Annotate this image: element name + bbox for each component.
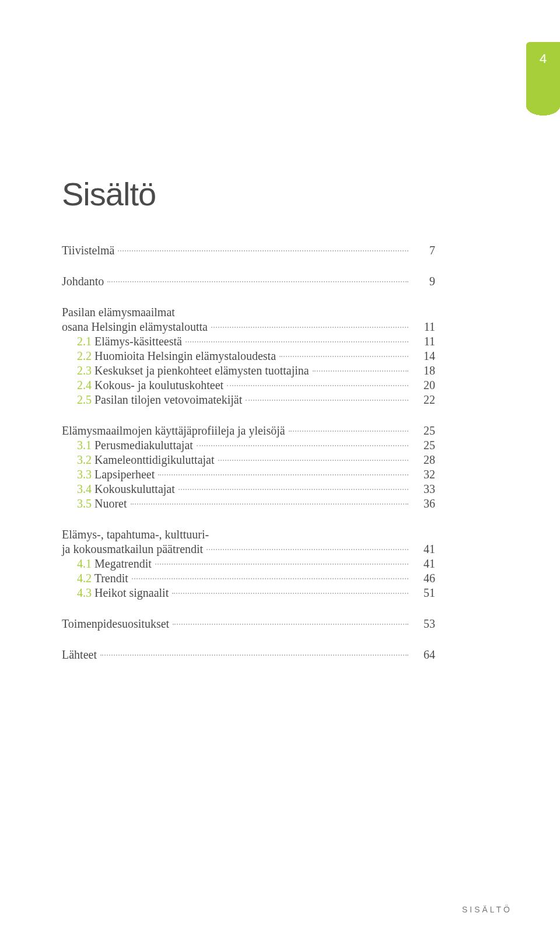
page-marker-ribbon: 4	[526, 42, 560, 106]
toc-dots	[246, 400, 408, 401]
toc-text: Trendit	[92, 572, 128, 585]
toc-section4-heading-line2: ja kokousmatkailun päätrendit 41	[62, 542, 435, 557]
toc-entry-3-5: 3.5 Nuoret 36	[62, 496, 435, 511]
toc-num: 2.5	[77, 393, 92, 406]
toc-page: 25	[412, 424, 435, 438]
toc-text: Pasilan tilojen vetovoimatekijät	[92, 393, 242, 406]
toc-entry-3-4: 3.4 Kokouskuluttajat 33	[62, 482, 435, 496]
toc-dots	[211, 327, 408, 328]
toc-entry-2-1: 2.1 Elämys-käsitteestä 11	[62, 334, 435, 349]
toc-num: 3.3	[77, 468, 92, 481]
toc-dots	[158, 474, 408, 475]
toc-label: 3.1 Perusmediakuluttajat	[62, 438, 193, 453]
toc-text: Megatrendit	[92, 557, 152, 570]
toc-label: 2.4 Kokous- ja koulutuskohteet	[62, 378, 223, 393]
toc-page: 33	[412, 482, 435, 496]
toc-label: Lähteet	[62, 648, 97, 662]
toc-entry-lahteet: Lähteet 64	[62, 648, 435, 662]
table-of-contents: Tiivistelmä 7 Johdanto 9 Pasilan elämysm…	[62, 243, 435, 662]
toc-num: 4.3	[77, 586, 92, 599]
toc-entry-2-2: 2.2 Huomioita Helsingin elämystaloudesta…	[62, 349, 435, 363]
toc-dots	[132, 578, 408, 579]
toc-page: 18	[412, 363, 435, 378]
toc-entry-2-4: 2.4 Kokous- ja koulutuskohteet 20	[62, 378, 435, 393]
toc-label: 4.2 Trendit	[62, 571, 128, 586]
toc-dots	[172, 593, 408, 594]
toc-label: Tiivistelmä	[62, 243, 114, 258]
toc-page: 11	[412, 334, 435, 349]
toc-label: 3.4 Kokouskuluttajat	[62, 482, 175, 496]
toc-page: 14	[412, 349, 435, 363]
toc-text: Kokous- ja koulutuskohteet	[92, 379, 223, 391]
toc-page: 41	[412, 542, 435, 557]
toc-entry-2-3: 2.3 Keskukset ja pienkohteet elämysten t…	[62, 363, 435, 378]
toc-dots	[155, 564, 408, 565]
toc-page: 36	[412, 496, 435, 511]
toc-text: Huomioita Helsingin elämystaloudesta	[92, 349, 276, 362]
toc-entry-4-2: 4.2 Trendit 46	[62, 571, 435, 586]
toc-num: 4.2	[77, 572, 92, 585]
toc-num: 2.4	[77, 379, 92, 391]
toc-section2-heading-line1: Pasilan elämysmaailmat	[62, 305, 435, 320]
toc-dots	[197, 445, 408, 446]
toc-page: 46	[412, 571, 435, 586]
toc-page: 64	[412, 648, 435, 662]
toc-dots	[289, 431, 408, 432]
toc-label: 4.3 Heikot signaalit	[62, 586, 169, 600]
toc-section4-heading-line1: Elämys-, tapahtuma-, kulttuuri-	[62, 527, 435, 542]
toc-dots	[100, 655, 408, 656]
page-number: 4	[526, 51, 560, 67]
toc-page: 53	[412, 617, 435, 631]
toc-entry-3-2: 3.2 Kameleonttidigikuluttajat 28	[62, 453, 435, 467]
toc-text: Heikot signaalit	[92, 586, 169, 599]
toc-dots	[206, 549, 408, 550]
toc-page: 28	[412, 453, 435, 467]
content-container: Sisältö Tiivistelmä 7 Johdanto 9 Pasilan…	[62, 175, 435, 662]
toc-label: osana Helsingin elämystaloutta	[62, 320, 208, 334]
toc-label: 3.2 Kameleonttidigikuluttajat	[62, 453, 215, 467]
toc-page: 11	[412, 320, 435, 334]
toc-dots	[178, 489, 408, 490]
toc-label: 2.3 Keskukset ja pienkohteet elämysten t…	[62, 363, 309, 378]
toc-text: Nuoret	[92, 497, 127, 510]
toc-page: 51	[412, 586, 435, 600]
toc-num: 3.1	[77, 439, 92, 452]
toc-dots	[186, 341, 408, 342]
toc-num: 2.2	[77, 349, 92, 362]
toc-page: 22	[412, 393, 435, 407]
toc-text: Kokouskuluttajat	[92, 482, 175, 495]
toc-text: Perusmediakuluttajat	[92, 439, 193, 452]
toc-entry-johdanto: Johdanto 9	[62, 274, 435, 289]
toc-entry-4-3: 4.3 Heikot signaalit 51	[62, 586, 435, 600]
toc-page: 20	[412, 378, 435, 393]
toc-text: Elämys-käsitteestä	[92, 335, 182, 348]
toc-dots	[279, 356, 408, 357]
toc-label: 2.5 Pasilan tilojen vetovoimatekijät	[62, 393, 242, 407]
toc-label: Johdanto	[62, 274, 104, 289]
toc-dots	[118, 250, 408, 251]
toc-section2-heading-line2: osana Helsingin elämystaloutta 11	[62, 320, 435, 334]
toc-label: 2.2 Huomioita Helsingin elämystaloudesta	[62, 349, 276, 363]
toc-dots	[131, 503, 408, 505]
toc-num: 3.5	[77, 497, 92, 510]
toc-entry-3-1: 3.1 Perusmediakuluttajat 25	[62, 438, 435, 453]
page-title: Sisältö	[62, 175, 435, 213]
toc-label: ja kokousmatkailun päätrendit	[62, 542, 203, 557]
toc-page: 9	[412, 274, 435, 289]
toc-label: 3.3 Lapsiperheet	[62, 467, 155, 482]
toc-text: Kameleonttidigikuluttajat	[92, 453, 215, 466]
toc-dots	[218, 460, 408, 461]
toc-page: 25	[412, 438, 435, 453]
toc-dots	[173, 624, 408, 625]
toc-entry-4-1: 4.1 Megatrendit 41	[62, 557, 435, 571]
toc-dots	[107, 281, 408, 282]
toc-page: 32	[412, 467, 435, 482]
toc-label: 2.1 Elämys-käsitteestä	[62, 334, 182, 349]
toc-num: 3.4	[77, 482, 92, 495]
toc-page: 41	[412, 557, 435, 571]
toc-entry-3-3: 3.3 Lapsiperheet 32	[62, 467, 435, 482]
toc-label: Elämysmaailmojen käyttäjäprofiileja ja y…	[62, 424, 285, 438]
toc-label: Toimenpidesuositukset	[62, 617, 169, 631]
toc-text: Keskukset ja pienkohteet elämysten tuott…	[92, 364, 309, 377]
toc-label: 3.5 Nuoret	[62, 496, 127, 511]
